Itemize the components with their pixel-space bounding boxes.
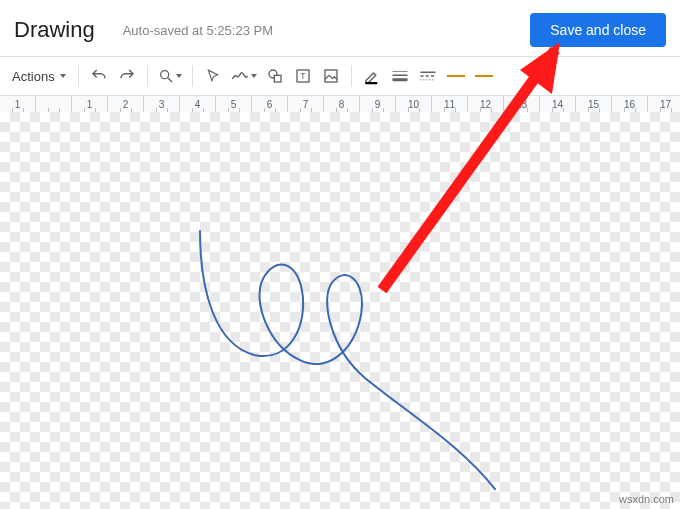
ruler-tick: 13 — [504, 96, 540, 112]
line-tool-button[interactable] — [227, 62, 261, 90]
image-icon — [323, 68, 339, 84]
image-tool-button[interactable] — [317, 62, 345, 90]
shape-tool-button[interactable] — [261, 62, 289, 90]
shape-icon — [267, 68, 283, 84]
line-dash-button[interactable] — [414, 62, 442, 90]
ruler-tick: 6 — [252, 96, 288, 112]
svg-rect-3 — [274, 75, 281, 82]
horizontal-ruler: 1123456789101112131415161718 — [0, 95, 680, 113]
ruler-tick: 1 — [0, 96, 36, 112]
redo-icon — [118, 67, 136, 85]
line-weight-icon — [391, 69, 409, 83]
chevron-down-icon — [176, 74, 182, 78]
ruler-tick: 2 — [108, 96, 144, 112]
autosave-status: Auto-saved at 5:25:23 PM — [123, 23, 273, 38]
ruler-tick: 4 — [180, 96, 216, 112]
actions-menu-button[interactable]: Actions — [8, 62, 72, 90]
line-weight-button[interactable] — [386, 62, 414, 90]
ruler-tick: 1 — [72, 96, 108, 112]
dialog-header: Drawing Auto-saved at 5:25:23 PM Save an… — [0, 0, 680, 56]
line-start-icon — [447, 75, 465, 77]
pencil-icon — [363, 67, 381, 85]
actions-menu-label: Actions — [12, 69, 55, 84]
ruler-tick: 11 — [432, 96, 468, 112]
undo-icon — [90, 67, 108, 85]
ruler-tick: 12 — [468, 96, 504, 112]
ruler-tick: 10 — [396, 96, 432, 112]
zoom-icon — [158, 68, 174, 84]
ruler-tick: 8 — [324, 96, 360, 112]
scribble-icon — [231, 69, 249, 83]
redo-button[interactable] — [113, 62, 141, 90]
line-color-button[interactable] — [358, 62, 386, 90]
dialog-title: Drawing — [14, 17, 95, 43]
svg-rect-7 — [365, 82, 377, 84]
toolbar-separator — [192, 65, 193, 87]
line-end-button[interactable] — [470, 62, 498, 90]
ruler-tick: 14 — [540, 96, 576, 112]
chevron-down-icon — [60, 74, 66, 78]
ruler-tick: 3 — [144, 96, 180, 112]
ruler-tick: 17 — [648, 96, 680, 112]
save-and-close-button[interactable]: Save and close — [530, 13, 666, 47]
ruler-tick: 16 — [612, 96, 648, 112]
watermark-text: wsxdn.com — [619, 493, 674, 505]
ruler-tick: 9 — [360, 96, 396, 112]
svg-text:T: T — [300, 71, 306, 81]
textbox-icon: T — [295, 68, 311, 84]
line-dash-icon — [419, 69, 437, 83]
canvas-drawing-layer — [0, 112, 680, 509]
select-tool-button[interactable] — [199, 62, 227, 90]
ruler-tick — [36, 96, 72, 112]
drawing-canvas[interactable] — [0, 112, 680, 509]
svg-line-1 — [168, 78, 172, 82]
toolbar-separator — [147, 65, 148, 87]
scribble-stroke — [200, 231, 495, 489]
svg-rect-6 — [325, 70, 337, 82]
ruler-tick: 5 — [216, 96, 252, 112]
line-start-button[interactable] — [442, 62, 470, 90]
svg-point-0 — [160, 71, 168, 79]
toolbar: Actions T — [0, 57, 680, 95]
ruler-tick: 15 — [576, 96, 612, 112]
ruler-tick: 7 — [288, 96, 324, 112]
textbox-tool-button[interactable]: T — [289, 62, 317, 90]
toolbar-separator — [78, 65, 79, 87]
toolbar-separator — [351, 65, 352, 87]
line-end-icon — [475, 75, 493, 77]
cursor-icon — [206, 69, 220, 83]
zoom-button[interactable] — [154, 62, 186, 90]
chevron-down-icon — [251, 74, 257, 78]
undo-button[interactable] — [85, 62, 113, 90]
